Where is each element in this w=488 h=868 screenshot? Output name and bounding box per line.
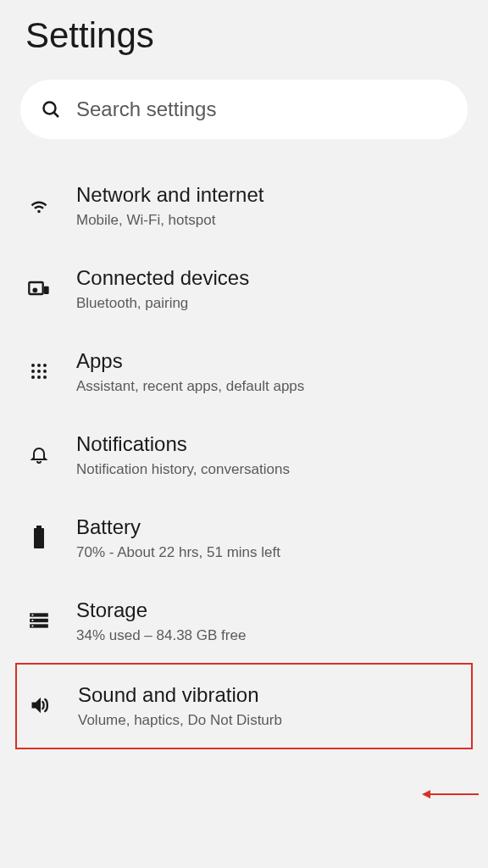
battery-icon (25, 515, 53, 556)
item-title: Notifications (76, 432, 290, 456)
svg-point-5 (31, 364, 35, 367)
svg-rect-14 (36, 526, 42, 528)
svg-rect-15 (34, 528, 44, 548)
settings-item-apps[interactable]: Apps Assistant, recent apps, default app… (15, 331, 473, 414)
page-title: Settings (25, 15, 463, 56)
item-subtitle: Volume, haptics, Do Not Disturb (78, 712, 282, 729)
item-subtitle: Bluetooth, pairing (76, 295, 249, 312)
item-subtitle: Assistant, recent apps, default apps (76, 378, 304, 395)
bell-icon (25, 432, 53, 473)
svg-point-0 (44, 103, 56, 114)
devices-icon (25, 266, 53, 307)
svg-point-6 (37, 364, 41, 367)
item-title: Sound and vibration (78, 683, 282, 707)
svg-point-10 (43, 370, 47, 373)
svg-point-12 (37, 376, 41, 379)
svg-point-4 (34, 289, 37, 292)
settings-item-network[interactable]: Network and internet Mobile, Wi-Fi, hots… (15, 164, 473, 248)
storage-icon (25, 598, 53, 639)
item-subtitle: 70% - About 22 hrs, 51 mins left (76, 544, 280, 561)
svg-point-7 (43, 364, 47, 367)
volume-icon (27, 683, 54, 724)
search-bar[interactable] (20, 80, 468, 139)
page-header: Settings (0, 0, 488, 80)
item-subtitle: Notification history, conversations (76, 461, 290, 478)
svg-point-21 (31, 625, 33, 626)
search-icon (41, 99, 61, 120)
svg-line-1 (54, 113, 59, 118)
svg-point-20 (31, 620, 33, 621)
settings-item-notifications[interactable]: Notifications Notification history, conv… (15, 414, 473, 497)
annotation-arrow (422, 790, 481, 798)
wifi-icon (25, 183, 53, 224)
settings-item-sound[interactable]: Sound and vibration Volume, haptics, Do … (15, 663, 473, 749)
svg-point-8 (31, 370, 35, 373)
svg-point-11 (31, 376, 35, 379)
settings-item-connected-devices[interactable]: Connected devices Bluetooth, pairing (15, 248, 473, 331)
item-title: Battery (76, 515, 280, 539)
item-subtitle: Mobile, Wi-Fi, hotspot (76, 212, 263, 229)
item-title: Apps (76, 349, 304, 373)
item-title: Connected devices (76, 266, 249, 290)
svg-point-13 (43, 376, 47, 379)
settings-item-battery[interactable]: Battery 70% - About 22 hrs, 51 mins left (15, 497, 473, 580)
item-text: Network and internet Mobile, Wi-Fi, hots… (76, 183, 263, 229)
item-text: Connected devices Bluetooth, pairing (76, 266, 249, 312)
svg-rect-3 (44, 287, 49, 294)
item-text: Sound and vibration Volume, haptics, Do … (78, 683, 282, 729)
svg-point-9 (37, 370, 41, 373)
item-title: Storage (76, 598, 246, 622)
item-subtitle: 34% used – 84.38 GB free (76, 627, 246, 644)
svg-point-19 (31, 614, 33, 615)
item-text: Notifications Notification history, conv… (76, 432, 290, 478)
settings-item-storage[interactable]: Storage 34% used – 84.38 GB free (15, 580, 473, 663)
item-text: Storage 34% used – 84.38 GB free (76, 598, 246, 644)
item-text: Battery 70% - About 22 hrs, 51 mins left (76, 515, 280, 561)
item-title: Network and internet (76, 183, 263, 207)
item-text: Apps Assistant, recent apps, default app… (76, 349, 304, 395)
settings-list: Network and internet Mobile, Wi-Fi, hots… (0, 164, 488, 749)
search-input[interactable] (76, 97, 447, 121)
apps-icon (25, 349, 53, 390)
